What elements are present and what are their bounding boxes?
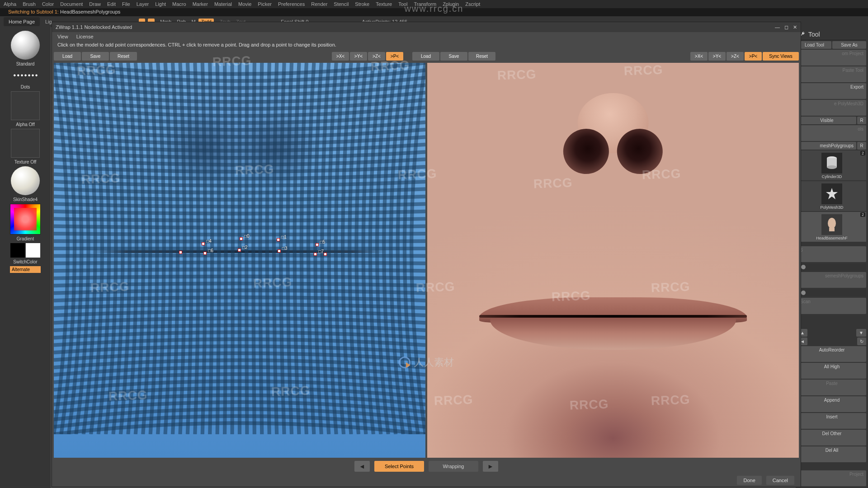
zwrap-titlebar[interactable]: ZWrap 1.1.1 Nodelocked Activated — ◻ ✕ xyxy=(52,22,801,32)
switchcolor-label[interactable]: SwitchColor xyxy=(13,259,37,264)
meshpoly-label[interactable]: meshPolygroups xyxy=(797,142,856,150)
menu-marker[interactable]: Marker xyxy=(193,1,208,7)
export-button[interactable]: Export xyxy=(797,83,866,99)
tool-header[interactable]: Tool xyxy=(797,29,866,40)
slider-2[interactable] xyxy=(797,290,866,296)
menu-stroke[interactable]: Stroke xyxy=(355,1,369,7)
left-z-button[interactable]: >Z< xyxy=(368,52,385,61)
left-save-button[interactable]: Save xyxy=(82,52,109,61)
right-save-button[interactable]: Save xyxy=(440,52,467,61)
append-button[interactable]: Append xyxy=(797,396,866,412)
right-p-button[interactable]: >P< xyxy=(745,52,762,61)
semesh-label[interactable]: semeshPolygroups xyxy=(797,272,866,288)
menu-tool[interactable]: Tool xyxy=(398,1,407,7)
menu-macro[interactable]: Macro xyxy=(172,1,186,7)
correspondence-point[interactable]: □6 xyxy=(203,252,207,255)
correspondence-point[interactable]: □2 xyxy=(238,249,241,252)
right-z-button[interactable]: >Z< xyxy=(726,52,744,61)
right-load-button[interactable]: Load xyxy=(412,52,439,61)
zwrap-menubar[interactable]: ViewLicense xyxy=(52,32,801,41)
menu-material[interactable]: Material xyxy=(214,1,232,7)
load-tool-button[interactable]: Load Tool xyxy=(797,41,831,49)
correspondence-point[interactable]: □1 xyxy=(277,238,280,241)
minimize-icon[interactable]: — xyxy=(775,24,780,30)
visible-button[interactable]: Visible xyxy=(797,117,856,124)
zwmenu-license[interactable]: License xyxy=(76,34,94,39)
slider-1[interactable] xyxy=(797,264,866,270)
insert-button[interactable]: Insert xyxy=(797,413,866,429)
allhigh-button[interactable]: All High xyxy=(797,363,866,379)
wrapping-step[interactable]: Wrapping xyxy=(429,461,478,472)
gradient-label[interactable]: Gradient xyxy=(17,236,34,241)
maximize-icon[interactable]: ◻ xyxy=(784,24,788,30)
home-tab[interactable]: Home Page xyxy=(4,17,40,26)
correspondence-point[interactable]: □0 xyxy=(240,237,243,240)
menu-document[interactable]: Document xyxy=(60,1,83,7)
arrow-right-icon[interactable]: ↻ xyxy=(857,338,866,345)
menu-preferences[interactable]: Preferences xyxy=(278,1,305,7)
close-icon[interactable]: ✕ xyxy=(793,24,797,30)
swatch-black[interactable] xyxy=(10,243,25,258)
project-label[interactable]: Project xyxy=(797,470,866,486)
scan-label[interactable]: Scan xyxy=(797,298,866,314)
correspondence-point[interactable]: □5 xyxy=(316,243,319,246)
correspondence-point[interactable]: □7 xyxy=(314,253,317,256)
paste-button[interactable]: Paste xyxy=(797,380,866,395)
cancel-button[interactable]: Cancel xyxy=(766,476,794,485)
correspondence-point[interactable] xyxy=(179,251,182,254)
correspondence-point[interactable]: □4 xyxy=(202,242,205,245)
swatch-row[interactable] xyxy=(10,243,40,258)
brush-preview[interactable] xyxy=(11,31,40,60)
select-points-step[interactable]: Select Points xyxy=(374,461,424,472)
arrow-down-icon[interactable]: ▼ xyxy=(856,329,866,337)
paste-tool-button[interactable]: Paste Tool xyxy=(797,66,866,82)
texture-preview[interactable] xyxy=(11,129,40,158)
right-reset-button[interactable]: Reset xyxy=(468,52,495,61)
lightbox-tab[interactable]: Lig xyxy=(45,19,52,24)
zwrap-left-view[interactable]: □0□1□2□3□4□5□6□7 xyxy=(54,63,425,458)
menu-picker[interactable]: Picker xyxy=(258,1,272,7)
correspondence-point[interactable] xyxy=(324,253,327,256)
menu-layer[interactable]: Layer xyxy=(137,1,149,7)
material-preview[interactable] xyxy=(11,166,40,195)
zwmenu-view[interactable]: View xyxy=(57,34,68,39)
correspondence-point[interactable]: □3 xyxy=(278,249,281,253)
swatch-white[interactable] xyxy=(26,243,40,258)
main-menubar[interactable]: AlphaBrushColorDocumentDrawEditFileLayer… xyxy=(0,0,868,8)
menu-draw[interactable]: Draw xyxy=(89,1,101,7)
menu-zscript[interactable]: Zscript xyxy=(465,1,480,7)
left-p-button[interactable]: >P< xyxy=(386,52,403,61)
left-x-button[interactable]: >X< xyxy=(332,52,349,61)
menu-movie[interactable]: Movie xyxy=(238,1,251,7)
prev-step-button[interactable]: ◄ xyxy=(354,461,370,472)
subtool-cylinder[interactable]: 2 Cylinder3D xyxy=(797,150,866,180)
stroke-preview[interactable] xyxy=(11,68,40,83)
save-as-button[interactable]: Save As xyxy=(832,41,866,49)
zwrap-right-view[interactable] xyxy=(427,63,799,458)
menu-render[interactable]: Render xyxy=(311,1,327,7)
next-step-button[interactable]: ► xyxy=(483,461,498,472)
color-picker[interactable] xyxy=(10,204,41,235)
menu-transform[interactable]: Transform xyxy=(414,1,436,7)
subtool-head[interactable]: 2 HeadBasemeshF xyxy=(797,212,866,242)
alpha-preview[interactable] xyxy=(11,91,40,120)
subtool-polymesh[interactable]: PolyMesh3D xyxy=(797,181,866,211)
menu-texture[interactable]: Texture xyxy=(376,1,392,7)
r-button-1[interactable]: R xyxy=(857,117,866,124)
right-x-button[interactable]: >X< xyxy=(690,52,708,61)
menu-color[interactable]: Color xyxy=(42,1,54,7)
sync-views-button[interactable]: Sync Views xyxy=(763,52,799,61)
left-load-button[interactable]: Load xyxy=(54,52,81,61)
r-button-2[interactable]: R xyxy=(857,142,866,150)
menu-brush[interactable]: Brush xyxy=(23,1,36,7)
right-y-button[interactable]: >Y< xyxy=(708,52,726,61)
left-reset-button[interactable]: Reset xyxy=(110,52,137,61)
menu-zplugin[interactable]: Zplugin xyxy=(443,1,459,7)
from-project-button[interactable]: om Project xyxy=(797,50,866,66)
make-polymesh-button[interactable]: e PolyMesh3D xyxy=(797,100,866,116)
menu-stencil[interactable]: Stencil xyxy=(334,1,349,7)
left-y-button[interactable]: >Y< xyxy=(350,52,367,61)
delother-button[interactable]: Del Other xyxy=(797,430,866,446)
autoreorder-button[interactable]: AutoReorder xyxy=(797,346,866,362)
menu-light[interactable]: Light xyxy=(155,1,166,7)
